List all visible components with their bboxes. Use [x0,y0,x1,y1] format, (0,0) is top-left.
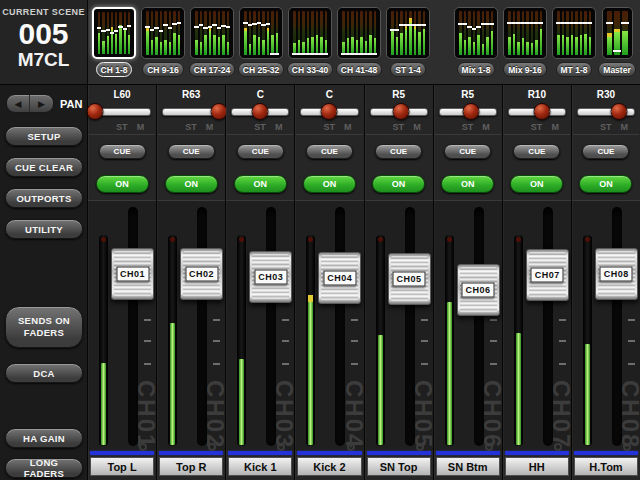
pan-knob[interactable] [534,103,551,120]
on-button[interactable]: ON [165,175,218,193]
dca-button[interactable]: DCA [5,363,83,383]
bank-tab-label: MT 1-8 [556,62,593,77]
fader-handle[interactable]: CH07 [526,249,569,301]
channel-name[interactable]: SN Btm [436,457,500,476]
channel-name[interactable]: Top L [90,457,154,476]
current-scene-panel[interactable]: CURRENT SCENE 005 M7CL [0,0,88,84]
bank-tab[interactable]: CH 1-8 [91,7,137,77]
on-button[interactable]: ON [303,175,356,193]
meter-bar [409,11,412,55]
channel-name[interactable]: Kick 1 [228,457,292,476]
fader-handle[interactable]: CH05 [388,253,431,305]
pan-slider[interactable] [439,102,497,120]
meter-fill [516,333,521,445]
peak-led-icon [378,237,383,242]
on-button[interactable]: ON [441,175,494,193]
pan-slider[interactable] [577,102,635,120]
bank-tab[interactable]: MT 1-8 [551,7,597,77]
channel-name[interactable]: SN Top [367,457,431,476]
meter-bar [571,11,574,55]
cue-button[interactable]: CUE [582,144,629,159]
channel-strip: R63 ST M CUE ON CH02 [157,85,226,480]
bank-tab[interactable]: CH 25-32 [238,7,284,77]
meter-bar [151,11,154,55]
setup-button[interactable]: SETUP [5,126,83,146]
long-faders-button[interactable]: LONG FADERS [5,458,83,478]
cue-button[interactable]: CUE [513,144,560,159]
channel-color-bar [159,451,223,455]
bank-tab[interactable]: ST 1-4 [385,7,431,77]
channel-name[interactable]: Kick 2 [297,457,361,476]
pan-knob[interactable] [462,103,479,120]
on-button[interactable]: ON [234,175,287,193]
utility-button[interactable]: UTILITY [5,219,83,239]
on-button[interactable]: ON [579,175,632,193]
pan-knob[interactable] [210,103,227,120]
pan-knob[interactable] [393,103,410,120]
fader-area: CH02 CH02 [157,200,225,450]
bank-tab[interactable]: Master [600,7,634,77]
channel-name[interactable]: HH [505,457,569,476]
fader-area: CH08 CH08 [572,200,640,450]
pan-slider[interactable] [93,102,151,120]
channel-watermark: CH06 [481,380,503,449]
fader-track[interactable] [405,207,415,446]
fader-track[interactable] [128,207,138,446]
fader-track[interactable] [335,207,345,446]
screw-icon [277,443,285,451]
cue-button[interactable]: CUE [444,144,491,159]
mono-assign-label: M [137,122,145,132]
fader-track[interactable] [266,207,276,446]
meter-bar [244,11,247,55]
on-button[interactable]: ON [372,175,425,193]
sends-on-faders-button[interactable]: SENDS ON FADERS [5,306,83,348]
pan-knob[interactable] [251,103,268,120]
channel-name[interactable]: H.Tom [574,457,638,476]
cue-button[interactable]: CUE [237,144,284,159]
fader-handle[interactable]: CH04 [318,252,361,304]
meter-bar [155,11,158,55]
pan-slider[interactable] [162,102,220,120]
fader-track[interactable] [474,207,484,446]
fader-scale-tick [628,363,635,365]
pan-prev-button[interactable]: ◀ [7,95,30,112]
fader-handle[interactable]: CH08 [595,248,638,300]
pan-knob[interactable] [86,103,103,120]
m7cl-stagemix-app: CURRENT SCENE 005 M7CL CH 1-8 CH 9-16 CH… [0,0,640,480]
pan-slider[interactable] [370,102,428,120]
fader-handle[interactable]: CH03 [249,251,292,303]
bank-tab[interactable]: CH 41-48 [336,7,382,77]
bank-meter [92,7,136,59]
fader-track[interactable] [543,207,553,446]
outports-button[interactable]: OUTPORTS [5,188,83,208]
fader-handle[interactable]: CH06 [457,264,500,316]
cue-clear-button[interactable]: CUE CLEAR [5,157,83,177]
bank-tab[interactable]: CH 9-16 [140,7,186,77]
fader-area: CH04 CH04 [295,200,363,450]
pan-knob[interactable] [321,103,338,120]
pan-slider[interactable] [231,102,289,120]
bank-tab[interactable]: Mix 9-16 [502,7,548,77]
cue-button[interactable]: CUE [99,144,146,159]
cue-button[interactable]: CUE [306,144,353,159]
top-bar: CURRENT SCENE 005 M7CL CH 1-8 CH 9-16 CH… [0,0,640,85]
fader-handle[interactable]: CH01 [111,248,154,300]
pan-slider[interactable] [508,102,566,120]
bank-tab[interactable]: CH 33-40 [287,7,333,77]
on-button[interactable]: ON [510,175,563,193]
on-button[interactable]: ON [96,175,149,193]
fader-track[interactable] [197,207,207,446]
fader-handle[interactable]: CH02 [180,248,223,300]
bank-tab[interactable]: CH 17-24 [189,7,235,77]
fader-track[interactable] [612,207,622,446]
bank-tab-label: CH 17-24 [189,62,235,77]
pan-next-button[interactable]: ▶ [30,95,53,112]
stereo-assign-label: ST [600,122,612,132]
cue-button[interactable]: CUE [168,144,215,159]
bank-tab[interactable]: Mix 1-8 [453,7,499,77]
pan-slider[interactable] [300,102,358,120]
pan-knob[interactable] [611,103,628,120]
cue-button[interactable]: CUE [375,144,422,159]
ha-gain-button[interactable]: HA GAIN [5,428,83,448]
channel-name[interactable]: Top R [159,457,223,476]
